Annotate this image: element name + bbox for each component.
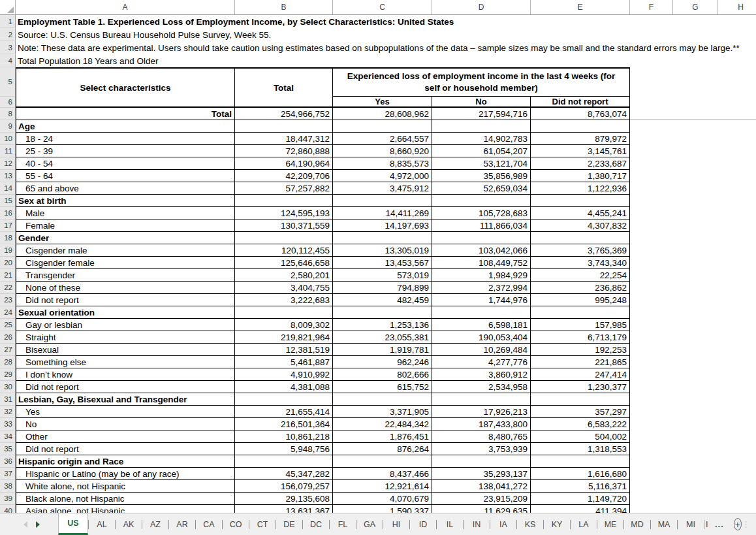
value-cell[interactable]: 3,371,905 <box>333 406 432 418</box>
value-cell[interactable]: 8,835,573 <box>333 157 432 170</box>
value-cell[interactable]: 14,411,269 <box>333 207 432 219</box>
value-cell[interactable]: 11,629,635 <box>432 505 531 513</box>
section-header-cell[interactable]: Sexual orientation <box>16 306 235 319</box>
value-cell[interactable] <box>531 232 630 244</box>
characteristic-cell[interactable]: Gay or lesbian <box>16 319 235 331</box>
value-cell[interactable] <box>235 393 333 406</box>
row-number-25[interactable]: 25 <box>0 319 16 331</box>
value-cell[interactable]: 52,659,034 <box>432 182 531 195</box>
sheet-tab-AZ[interactable]: AZ <box>142 513 168 535</box>
characteristic-cell[interactable]: 55 - 64 <box>16 170 235 182</box>
row-number-37[interactable]: 37 <box>0 468 16 480</box>
characteristic-cell[interactable]: Total <box>16 108 235 120</box>
column-header-F[interactable]: F <box>630 0 673 14</box>
value-cell[interactable] <box>432 306 531 319</box>
value-cell[interactable]: 876,264 <box>333 443 432 455</box>
value-cell[interactable]: 2,372,994 <box>432 282 531 294</box>
value-cell[interactable]: 53,121,704 <box>432 157 531 170</box>
value-cell[interactable]: 4,910,992 <box>235 368 333 381</box>
value-cell[interactable] <box>531 455 630 468</box>
value-cell[interactable]: 157,985 <box>531 319 630 331</box>
row-number-20[interactable]: 20 <box>0 257 16 269</box>
value-cell[interactable]: 2,534,958 <box>432 381 531 393</box>
value-cell[interactable]: 5,461,887 <box>235 356 333 368</box>
row-number-36[interactable]: 36 <box>0 455 16 468</box>
header-total[interactable]: Total <box>235 67 333 108</box>
value-cell[interactable]: 23,055,381 <box>333 331 432 344</box>
value-cell[interactable]: 125,646,658 <box>235 257 333 269</box>
value-cell[interactable]: 3,860,912 <box>432 368 531 381</box>
value-cell[interactable]: 45,347,282 <box>235 468 333 480</box>
value-cell[interactable]: 221,865 <box>531 356 630 368</box>
header-select-characteristics[interactable]: Select characteristics <box>16 67 235 108</box>
value-cell[interactable]: 217,594,716 <box>432 108 531 120</box>
value-cell[interactable]: 995,248 <box>531 294 630 306</box>
value-cell[interactable]: 6,583,222 <box>531 418 630 430</box>
value-cell[interactable]: 411,394 <box>531 505 630 513</box>
value-cell[interactable]: 35,856,989 <box>432 170 531 182</box>
value-cell[interactable]: 138,041,272 <box>432 480 531 493</box>
value-cell[interactable]: 190,053,404 <box>432 331 531 344</box>
value-cell[interactable]: 8,480,765 <box>432 430 531 443</box>
value-cell[interactable]: 103,042,066 <box>432 244 531 257</box>
value-cell[interactable]: 8,437,466 <box>333 468 432 480</box>
value-cell[interactable] <box>235 306 333 319</box>
sheet-tab-IL[interactable]: IL <box>437 513 463 535</box>
row-number-2[interactable]: 2 <box>0 28 16 41</box>
value-cell[interactable] <box>333 120 432 133</box>
value-cell[interactable]: 12,921,614 <box>333 480 432 493</box>
prev-sheet-arrow-icon[interactable] <box>24 521 27 528</box>
value-cell[interactable]: 4,307,832 <box>531 219 630 232</box>
document-text[interactable]: Source: U.S. Census Bureau Household Pul… <box>16 28 756 41</box>
row-number-28[interactable]: 28 <box>0 356 16 368</box>
characteristic-cell[interactable]: Did not report <box>16 381 235 393</box>
characteristic-cell[interactable]: White alone, not Hispanic <box>16 480 235 493</box>
sheet-tab-CA[interactable]: CA <box>196 513 222 535</box>
column-header-C[interactable]: C <box>333 0 432 14</box>
value-cell[interactable]: 105,728,683 <box>432 207 531 219</box>
sheet-tab-GA[interactable]: GA <box>356 513 383 535</box>
value-cell[interactable]: 12,381,519 <box>235 344 333 356</box>
value-cell[interactable]: 2,664,557 <box>333 133 432 145</box>
value-cell[interactable]: 4,277,776 <box>432 356 531 368</box>
row-number-3[interactable]: 3 <box>0 41 16 54</box>
value-cell[interactable]: 962,246 <box>333 356 432 368</box>
value-cell[interactable]: 3,145,761 <box>531 145 630 157</box>
row-number-4[interactable]: 4 <box>0 54 16 67</box>
value-cell[interactable]: 5,948,756 <box>235 443 333 455</box>
value-cell[interactable] <box>432 455 531 468</box>
column-header-G[interactable]: G <box>673 0 718 14</box>
section-header-cell[interactable]: Sex at birth <box>16 195 235 207</box>
value-cell[interactable]: 573,019 <box>333 269 432 282</box>
row-number-14[interactable]: 14 <box>0 182 16 195</box>
next-sheet-arrow-icon[interactable] <box>36 521 40 528</box>
sheet-tab-CO[interactable]: CO <box>223 513 249 535</box>
row-number-15[interactable]: 15 <box>0 195 16 207</box>
select-all-corner[interactable] <box>0 0 16 14</box>
value-cell[interactable]: 1,149,720 <box>531 493 630 505</box>
value-cell[interactable]: 108,449,752 <box>432 257 531 269</box>
value-cell[interactable]: 4,381,088 <box>235 381 333 393</box>
characteristic-cell[interactable]: Female <box>16 219 235 232</box>
value-cell[interactable]: 3,404,755 <box>235 282 333 294</box>
column-header-H[interactable]: H <box>718 0 756 14</box>
row-number-39[interactable]: 39 <box>0 493 16 505</box>
add-sheet-button[interactable]: + <box>734 518 742 530</box>
characteristic-cell[interactable]: Bisexual <box>16 344 235 356</box>
row-number-13[interactable]: 13 <box>0 170 16 182</box>
value-cell[interactable]: 13,305,019 <box>333 244 432 257</box>
value-cell[interactable]: 357,297 <box>531 406 630 418</box>
row-number-23[interactable]: 23 <box>0 294 16 306</box>
value-cell[interactable]: 794,899 <box>333 282 432 294</box>
section-header-cell[interactable]: Gender <box>16 232 235 244</box>
value-cell[interactable]: 64,190,964 <box>235 157 333 170</box>
characteristic-cell[interactable]: I don’t know <box>16 368 235 381</box>
row-number-30[interactable]: 30 <box>0 381 16 393</box>
value-cell[interactable]: 3,475,912 <box>333 182 432 195</box>
value-cell[interactable]: 192,253 <box>531 344 630 356</box>
value-cell[interactable]: 111,866,034 <box>432 219 531 232</box>
value-cell[interactable] <box>432 120 531 133</box>
value-cell[interactable]: 28,608,962 <box>333 108 432 120</box>
value-cell[interactable]: 8,009,302 <box>235 319 333 331</box>
value-cell[interactable] <box>235 232 333 244</box>
